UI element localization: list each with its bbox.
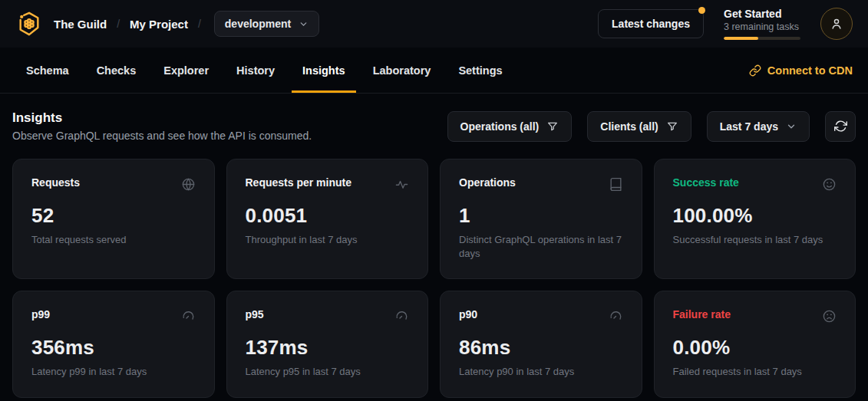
tab-insights[interactable]: Insights xyxy=(292,48,356,93)
card-description: Successful requests in last 7 days xyxy=(673,233,837,247)
stat-card-p99: p99356msLatency p99 in last 7 days xyxy=(12,291,215,398)
breadcrumb: The Guild / My Project / xyxy=(54,18,211,31)
stat-card-failure-rate: Failure rate0.00%Failed requests in last… xyxy=(654,291,856,398)
tab-checks[interactable]: Checks xyxy=(86,48,147,93)
card-title: p99 xyxy=(31,308,50,320)
stats-grid: Requests52Total requests servedRequests … xyxy=(0,142,868,398)
latest-changes-button[interactable]: Latest changes xyxy=(598,9,704,38)
tab-history[interactable]: History xyxy=(226,48,285,93)
chevron-down-icon xyxy=(299,19,309,29)
page-title: Insights xyxy=(12,110,312,126)
card-description: Latency p90 in last 7 days xyxy=(459,365,623,379)
card-description: Latency p99 in last 7 days xyxy=(31,365,196,379)
card-title: p90 xyxy=(459,308,477,320)
activity-icon xyxy=(394,177,409,195)
frown-icon xyxy=(822,309,837,327)
card-value: 100.00% xyxy=(673,204,837,228)
page-head: Insights Observe GraphQL requests and se… xyxy=(0,94,868,142)
filters-bar: Operations (all) Clients (all) Last 7 da… xyxy=(447,111,856,142)
filter-icon xyxy=(666,120,678,133)
period-selector-button[interactable]: Last 7 days xyxy=(707,111,810,142)
card-value: 0.0051 xyxy=(246,204,410,228)
clients-filter-label: Clients (all) xyxy=(600,120,658,133)
card-description: Total requests served xyxy=(31,233,196,247)
card-value: 86ms xyxy=(459,336,623,360)
period-selector-label: Last 7 days xyxy=(720,120,778,133)
latest-changes-label: Latest changes xyxy=(612,18,690,30)
card-header: Success rate xyxy=(673,176,837,195)
card-description: Failed requests in last 7 days xyxy=(673,365,837,379)
tab-explorer[interactable]: Explorer xyxy=(153,48,219,93)
card-title: Requests xyxy=(31,176,80,189)
page-subtitle: Observe GraphQL requests and see how the… xyxy=(12,130,312,142)
filter-icon xyxy=(546,120,559,133)
notification-dot xyxy=(698,7,705,14)
card-title: Requests per minute xyxy=(246,176,351,189)
guild-logo-icon[interactable] xyxy=(15,10,43,38)
stat-card-requests: Requests52Total requests served xyxy=(12,159,215,279)
gauge-icon xyxy=(181,309,196,327)
target-selector-value: development xyxy=(225,18,291,30)
card-header: Requests xyxy=(31,176,196,195)
get-started-subtitle: 3 remaining tasks xyxy=(724,21,800,32)
connect-to-cdn-link[interactable]: Connect to CDN xyxy=(749,48,853,93)
user-avatar[interactable] xyxy=(820,8,853,40)
refresh-icon xyxy=(834,120,847,133)
link-icon xyxy=(749,64,761,77)
main-nav: SchemaChecksExplorerHistoryInsightsLabor… xyxy=(0,48,868,94)
refresh-button[interactable] xyxy=(825,111,856,142)
stat-card-p95: p95137msLatency p95 in last 7 days xyxy=(226,291,429,398)
card-header: Operations xyxy=(459,176,623,195)
gauge-icon xyxy=(609,309,623,327)
card-title: p95 xyxy=(246,308,264,320)
tab-settings[interactable]: Settings xyxy=(447,48,513,93)
operations-filter-label: Operations (all) xyxy=(460,120,540,133)
stat-card-requests-per-minute: Requests per minute0.0051Throughput in l… xyxy=(226,159,429,279)
tab-laboratory[interactable]: Laboratory xyxy=(362,48,442,93)
book-icon xyxy=(609,177,623,195)
get-started-title: Get Started xyxy=(724,8,800,20)
card-header: p95 xyxy=(246,308,410,327)
card-header: p90 xyxy=(459,308,623,327)
connect-to-cdn-label: Connect to CDN xyxy=(767,64,853,77)
smile-icon xyxy=(822,177,837,195)
card-value: 0.00% xyxy=(673,336,837,360)
card-header: p99 xyxy=(31,308,196,327)
card-value: 356ms xyxy=(31,336,196,360)
chevron-down-icon xyxy=(786,121,797,132)
user-icon xyxy=(830,17,843,31)
get-started-progress-fill xyxy=(724,37,758,40)
card-description: Distinct GraphQL operations in last 7 da… xyxy=(459,233,623,260)
stat-card-success-rate: Success rate100.00%Successful requests i… xyxy=(654,159,856,279)
card-value: 1 xyxy=(459,204,623,228)
card-title: Failure rate xyxy=(673,308,731,320)
card-value: 137ms xyxy=(246,336,410,360)
card-value: 52 xyxy=(31,204,196,228)
page-head-text: Insights Observe GraphQL requests and se… xyxy=(12,110,312,142)
globe-icon xyxy=(181,177,196,195)
card-description: Throughput in last 7 days xyxy=(246,233,410,247)
get-started-progressbar xyxy=(724,37,800,40)
breadcrumb-separator: / xyxy=(198,18,201,30)
gauge-icon xyxy=(394,309,409,327)
breadcrumb-separator: / xyxy=(117,18,120,30)
stat-card-p90: p9086msLatency p90 in last 7 days xyxy=(440,291,642,398)
tab-schema[interactable]: Schema xyxy=(15,48,80,93)
card-header: Failure rate xyxy=(673,308,837,327)
breadcrumb-org[interactable]: The Guild xyxy=(54,18,107,31)
card-title: Operations xyxy=(459,176,516,189)
card-header: Requests per minute xyxy=(246,176,410,195)
clients-filter-button[interactable]: Clients (all) xyxy=(587,111,691,142)
target-selector[interactable]: development xyxy=(214,11,319,37)
card-title: Success rate xyxy=(673,176,739,189)
card-description: Latency p95 in last 7 days xyxy=(246,365,410,379)
stat-card-operations: Operations1Distinct GraphQL operations i… xyxy=(440,159,642,279)
breadcrumb-project[interactable]: My Project xyxy=(130,18,188,31)
nav-tabs: SchemaChecksExplorerHistoryInsightsLabor… xyxy=(15,48,513,93)
operations-filter-button[interactable]: Operations (all) xyxy=(447,111,573,142)
app-header: The Guild / My Project / development Lat… xyxy=(0,0,868,48)
get-started-widget[interactable]: Get Started 3 remaining tasks xyxy=(724,8,800,40)
